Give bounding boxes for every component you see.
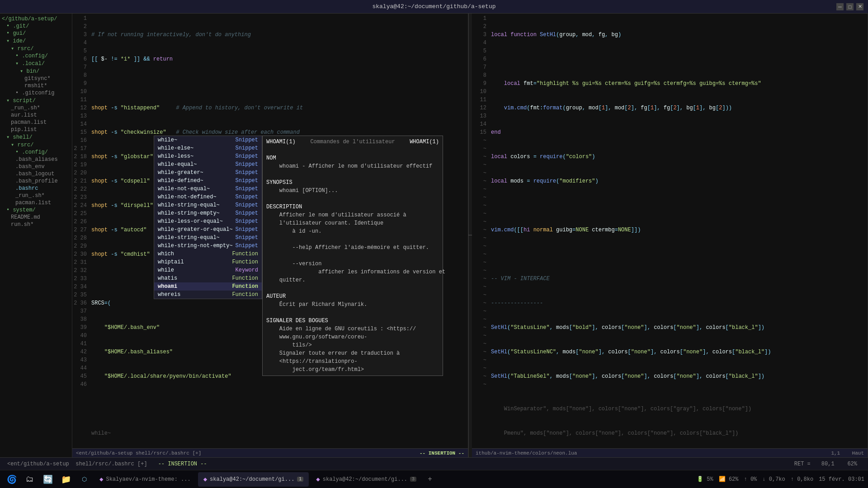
tree-item---ide-[interactable]: ▾ ide/ (0, 37, 72, 45)
maximize-button[interactable]: □ (846, 3, 854, 10)
ac-item-while-defined[interactable]: while-defined~Snippet (154, 177, 262, 185)
pane-divider[interactable]: ─ (468, 14, 472, 457)
taskbar-battery: 🔋 5% (697, 476, 713, 483)
editors-container: 12345 678910 1112131415 162 172 182 192 … (72, 14, 868, 457)
tree-item--bash-env[interactable]: .bash_env (0, 163, 72, 170)
right-pane-status-top: ithub/a-nvim-theme/colors/neon.lua 1,1 H… (472, 448, 868, 457)
status-ret: RET = (791, 461, 814, 467)
tree-item---github-a-setup-[interactable]: </github/a-setup/ (0, 15, 72, 23)
tree-item---shell-[interactable]: ▾ shell/ (0, 133, 72, 141)
right-editor-pane: 12345 678910 1112131415 ~~~~~ ~~~~~ ~~~~… (472, 14, 868, 457)
taskbar: 🌀 🗂 🔄 📁 ⬡ ◆ Skalyaev/a-nvim-theme: ... ◆… (0, 470, 868, 488)
tree-item----local-[interactable]: ▾ .local/ (0, 60, 72, 67)
tree-item---system-[interactable]: • system/ (0, 206, 72, 214)
autocomplete-popup[interactable]: while~Snippet while-else~Snippet while-l… (154, 136, 262, 299)
taskbar-right-info: 🔋 5% 📶 62% ↑ 0% ↓ 0,7ko ↑ 0,8ko 15 févr.… (697, 476, 864, 483)
tree-item---rsrc-[interactable]: ▾ rsrc/ (0, 45, 72, 52)
tree-item----config-[interactable]: • .config/ (0, 149, 72, 156)
ac-item-while-not-equal[interactable]: while-not-equal~Snippet (154, 185, 262, 193)
tree-item-pacman-list[interactable]: pacman.list (0, 119, 72, 126)
ac-item-while-string-equal2[interactable]: while-string-equal~Snippet (154, 234, 262, 242)
status-pos: 80,1 62% (814, 461, 864, 467)
tree-item--bash-profile[interactable]: .bash_profile (0, 178, 72, 185)
left-status-path: <ent/github/a-setup shell/rsrc/.bashrc [… (76, 450, 201, 456)
status-path: <ent/github/a-setup shell/rsrc/.bashrc [… (4, 461, 151, 467)
taskbar-upload-speed: ↑ 0,8ko (791, 476, 813, 483)
tree-item-pacman-list[interactable]: pacman.list (0, 199, 72, 206)
right-status-pos: 1,1 Haut (831, 450, 864, 456)
tree-item--run--sh-[interactable]: _run_.sh* (0, 104, 72, 112)
ac-item-whiptail[interactable]: whiptailFunction (154, 258, 262, 266)
tree-item--bash-aliases[interactable]: .bash_aliases (0, 156, 72, 163)
title-bar: skalya@42:~/document/github/a-setup ─ □ … (0, 0, 868, 14)
tree-item--run--sh-[interactable]: _run_.sh* (0, 192, 72, 199)
left-editor-content[interactable]: 12345 678910 1112131415 162 172 182 192 … (72, 14, 468, 448)
tree-item-pip-list[interactable]: pip.list (0, 126, 72, 133)
ac-item-while-equal[interactable]: while-equal~Snippet (154, 160, 262, 169)
taskbar-app-reload[interactable]: 🔄 (40, 472, 56, 487)
taskbar-datetime: 15 févr. 03:01 (819, 476, 864, 483)
taskbar-app-grid[interactable]: 🗂 (22, 472, 38, 487)
ac-item-which[interactable]: whichFunction (154, 250, 262, 258)
title-bar-controls: ─ □ ✕ (836, 3, 863, 10)
right-code[interactable]: local function SetHl(group, mod, fg, bg)… (489, 14, 868, 448)
ac-item-while-string-not-empty[interactable]: while-string-not-empty~Snippet (154, 242, 262, 250)
editor-area: </github/a-setup/• .git/• gui/▾ ide/▾ rs… (0, 14, 868, 457)
ac-item-while-greater[interactable]: while-greater~Snippet (154, 169, 262, 177)
left-pane-status: <ent/github/a-setup shell/rsrc/.bashrc [… (72, 448, 468, 457)
tree-item---rsrc-[interactable]: ▾ rsrc/ (0, 141, 72, 149)
taskbar-app-term[interactable]: ⬡ (76, 472, 92, 487)
tree-item-README-md[interactable]: README.md (0, 214, 72, 221)
ac-item-whoami[interactable]: whoamiFunction (154, 282, 262, 291)
tree-item-rmshit-[interactable]: rmshit* (0, 82, 72, 89)
right-status-path: ithub/a-nvim-theme/colors/neon.lua (476, 450, 577, 456)
ac-item-whatis[interactable]: whatisFunction (154, 274, 262, 282)
status-mode: -- INSERTION -- (151, 461, 214, 467)
taskbar-tab-nvim-theme[interactable]: ◆ Skalyaev/a-nvim-theme: ... (94, 472, 196, 487)
close-button[interactable]: ✕ (856, 3, 863, 10)
tree-item---script-[interactable]: ▾ script/ (0, 97, 72, 104)
ac-item-while-else[interactable]: while-else~Snippet (154, 144, 262, 152)
taskbar-download-speed: ↓ 0,7ko (762, 476, 785, 483)
ac-item-while-less-or-equal[interactable]: while-less-or-equal~Snippet (154, 217, 262, 225)
tree-item-run-sh-[interactable]: run.sh* (0, 221, 72, 228)
ac-item-while-kw[interactable]: whileKeyword (154, 266, 262, 274)
taskbar-tab-document-1[interactable]: ◆ skalya@42:~/document/gi... 1 (198, 472, 309, 487)
right-line-numbers: 12345 678910 1112131415 ~~~~~ ~~~~~ ~~~~… (472, 14, 489, 448)
ac-item-while-not-defined[interactable]: while-not-defined~Snippet (154, 193, 262, 201)
title-bar-title: skalya@42:~/document/github/a-setup (372, 3, 495, 10)
taskbar-tab-document-2[interactable]: ◆ skalya@42:~/document/gi... 3 (311, 472, 422, 487)
right-editor-content[interactable]: 12345 678910 1112131415 ~~~~~ ~~~~~ ~~~~… (472, 14, 868, 448)
taskbar-upload: ↑ 0% (744, 476, 757, 483)
file-tree: </github/a-setup/• .git/• gui/▾ ide/▾ rs… (0, 14, 72, 457)
left-status-mode: -- INSERTION -- (420, 450, 464, 456)
man-page-popup: WHOAMI(1) Commandes de l'utilisateur WHO… (262, 136, 443, 376)
tree-item---gui-[interactable]: • gui/ (0, 30, 72, 37)
tree-item----config-[interactable]: • .config/ (0, 52, 72, 60)
taskbar-add-tab[interactable]: + (424, 473, 436, 486)
tree-item-gitsync-[interactable]: gitsync* (0, 75, 72, 82)
tree-item----git-[interactable]: • .git/ (0, 23, 72, 30)
taskbar-wifi: 📶 62% (719, 476, 739, 483)
taskbar-app-files[interactable]: 📁 (58, 472, 74, 487)
tree-item-aur-list[interactable]: aur.list (0, 112, 72, 119)
tree-item---bin-[interactable]: ▾ bin/ (0, 67, 72, 75)
taskbar-app-spiral[interactable]: 🌀 (4, 472, 20, 487)
ac-item-while-greater-or-equal[interactable]: while-greater-or-equal~Snippet (154, 225, 262, 234)
ac-item-while-string-empty[interactable]: while-string-empty~Snippet (154, 209, 262, 217)
tree-item--bashrc[interactable]: .bashrc (0, 185, 72, 192)
ac-item-while-string-equal[interactable]: while-string-equal~Snippet (154, 201, 262, 209)
minimize-button[interactable]: ─ (836, 3, 844, 10)
tree-item----gitconfig[interactable]: • .gitconfig (0, 89, 72, 97)
ac-item-while[interactable]: while~Snippet (154, 136, 262, 144)
left-line-numbers: 12345 678910 1112131415 162 172 182 192 … (72, 14, 90, 448)
ac-item-while-less[interactable]: while-less~Snippet (154, 152, 262, 160)
ac-item-whereis[interactable]: whereisFunction (154, 291, 262, 299)
left-editor-pane: 12345 678910 1112131415 162 172 182 192 … (72, 14, 468, 457)
status-bar: <ent/github/a-setup shell/rsrc/.bashrc [… (0, 457, 868, 470)
tree-item--bash-logout[interactable]: .bash_logout (0, 170, 72, 178)
